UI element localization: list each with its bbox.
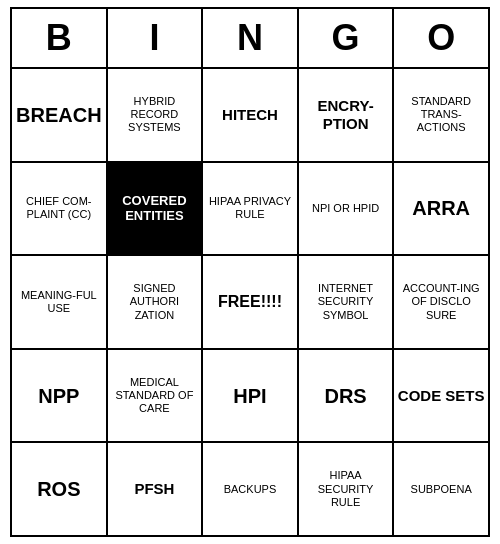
bingo-grid: BREACHHYBRID RECORD SYSTEMSHITECHENCRY-P… [12,69,488,535]
bingo-cell-0-2: HITECH [203,69,299,161]
bingo-cell-1-4: ARRA [394,163,488,255]
bingo-cell-3-2: HPI [203,350,299,442]
bingo-cell-3-4: CODE SETS [394,350,488,442]
bingo-row-0: BREACHHYBRID RECORD SYSTEMSHITECHENCRY-P… [12,69,488,163]
bingo-cell-0-0: BREACH [12,69,108,161]
bingo-cell-0-3: ENCRY-PTION [299,69,395,161]
bingo-cell-1-2: HIPAA PRIVACY RULE [203,163,299,255]
bingo-card: BINGO BREACHHYBRID RECORD SYSTEMSHITECHE… [10,7,490,537]
bingo-cell-4-3: HIPAA SECURITY RULE [299,443,395,535]
bingo-cell-1-0: CHIEF COM-PLAINT (CC) [12,163,108,255]
bingo-cell-2-1: SIGNED AUTHORI ZATION [108,256,204,348]
bingo-cell-4-2: BACKUPS [203,443,299,535]
bingo-header: BINGO [12,9,488,69]
bingo-cell-0-4: STANDARD TRANS-ACTIONS [394,69,488,161]
bingo-cell-3-0: NPP [12,350,108,442]
header-letter-i: I [108,9,204,67]
bingo-row-2: MEANING-FUL USESIGNED AUTHORI ZATIONFREE… [12,256,488,350]
bingo-cell-1-3: NPI OR HPID [299,163,395,255]
bingo-cell-4-1: PFSH [108,443,204,535]
bingo-cell-4-4: SUBPOENA [394,443,488,535]
bingo-cell-3-1: MEDICAL STANDARD OF CARE [108,350,204,442]
bingo-row-3: NPPMEDICAL STANDARD OF CAREHPIDRSCODE SE… [12,350,488,444]
header-letter-b: B [12,9,108,67]
header-letter-n: N [203,9,299,67]
bingo-cell-4-0: ROS [12,443,108,535]
header-letter-g: G [299,9,395,67]
bingo-row-4: ROSPFSHBACKUPSHIPAA SECURITY RULESUBPOEN… [12,443,488,535]
bingo-cell-2-4: ACCOUNT-ING OF DISCLO SURE [394,256,488,348]
bingo-cell-2-3: INTERNET SECURITY SYMBOL [299,256,395,348]
bingo-cell-3-3: DRS [299,350,395,442]
bingo-row-1: CHIEF COM-PLAINT (CC)COVERED ENTITIESHIP… [12,163,488,257]
bingo-cell-2-2: FREE!!!! [203,256,299,348]
bingo-cell-1-1: COVERED ENTITIES [108,163,204,255]
bingo-cell-2-0: MEANING-FUL USE [12,256,108,348]
header-letter-o: O [394,9,488,67]
bingo-cell-0-1: HYBRID RECORD SYSTEMS [108,69,204,161]
